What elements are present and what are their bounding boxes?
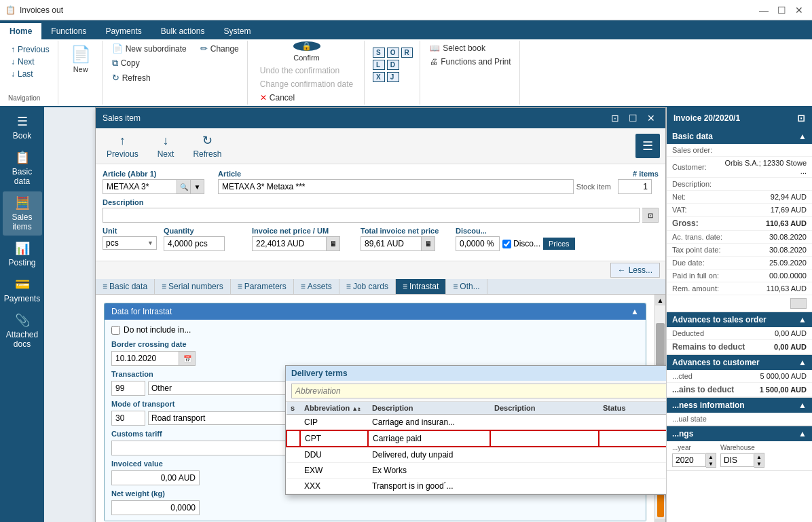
border-crossing-calendar-btn[interactable]: 📅 [179,351,196,366]
basic-data-section-header[interactable]: Basic data ▲ [667,129,812,144]
table-row[interactable]: CIP Carriage and insuran... [287,415,666,431]
tab-assets[interactable]: ≡ Assets [294,279,339,294]
kbd-s[interactable]: S [373,48,385,58]
change-confirmation-date-button[interactable]: Change confirmation date [256,78,357,90]
net-price-calc-btn[interactable]: 🖩 [327,236,340,251]
warehouse-down-btn[interactable]: ▼ [754,460,764,467]
functions-print-button[interactable]: 🖨 Functions and Print [426,56,515,68]
article-input[interactable] [218,179,574,194]
sidebar-item-basic-data[interactable]: 📋 Basic data [3,146,42,190]
expand-icon[interactable]: ⊡ [797,113,805,124]
new-button[interactable]: 📄 New [64,42,98,76]
total-net-input[interactable] [361,236,422,251]
ac-trans-label: Ac. trans. date: [672,233,722,241]
dialog-next-button[interactable]: ↓ Next [152,132,180,161]
year-down-btn[interactable]: ▼ [706,460,716,467]
sidebar-item-sales-items[interactable]: 🧮 Sales items [3,191,42,236]
invoiced-value-input[interactable] [111,470,200,485]
year-up-btn[interactable]: ▲ [706,453,716,460]
table-row[interactable]: CPT Carriage paid [287,430,666,447]
dialog-close-button[interactable]: ✕ [644,112,659,124]
vscroll-up-btn[interactable]: ▲ [655,295,665,305]
dialog-restore-button[interactable]: ⊡ [608,112,623,124]
intrastat-collapse-icon[interactable]: ▲ [631,307,639,316]
tab-payments[interactable]: Payments [96,23,151,39]
tab-other[interactable]: ≡ Oth... [446,279,487,294]
border-crossing-input[interactable] [111,351,179,366]
maximize-button[interactable]: ☐ [774,3,789,18]
article-abbr-clear-btn[interactable]: ▼ [191,179,204,194]
sidebar-item-attached-docs[interactable]: 📎 Attached docs [3,309,42,353]
items-input[interactable] [618,179,652,194]
cancel-button[interactable]: ✕ Cancel [256,92,357,104]
transaction-input[interactable] [111,381,145,396]
dialog-refresh-button[interactable]: ↻ Refresh [187,131,227,161]
business-info-header[interactable]: ...ness information ▲ [667,398,812,413]
warehouse-up-btn[interactable]: ▲ [754,453,764,460]
warehouse-input[interactable] [720,453,754,467]
unit-select[interactable]: pcs ▼ [103,236,157,250]
article-label: Article [218,170,611,178]
refresh-button[interactable]: ↻ Refresh [108,71,191,84]
table-row[interactable]: EXW Ex Works [287,463,666,479]
disco-checkbox[interactable] [502,240,511,248]
tab-home[interactable]: Home [0,23,41,39]
advances-customer-header[interactable]: Advances to customer ▲ [667,355,812,370]
table-row[interactable]: XXX Transport is in good´... [287,479,666,494]
confirm-icon-btn[interactable]: 🔒 [293,41,320,51]
kbd-d[interactable]: D [387,60,399,70]
net-price-input[interactable] [252,236,327,251]
table-row[interactable]: DDU Delivered, duty unpaid [287,447,666,463]
kbd-o[interactable]: O [387,48,399,58]
tab-job-cards[interactable]: ≡ Job cards [339,279,396,294]
next-button[interactable]: ↓ Next [8,56,52,68]
tab-functions[interactable]: Functions [41,23,96,39]
tab-bulk-actions[interactable]: Bulk actions [151,23,215,39]
tab-parameters[interactable]: ≡ Parameters [231,279,294,294]
tab-system[interactable]: System [214,23,260,39]
year-input[interactable] [672,453,706,467]
kbd-r[interactable]: R [401,48,413,58]
navigation-group: ↑ Previous ↓ Next ↓ Last Navigation [3,41,58,105]
prices-button[interactable]: Prices [543,238,575,250]
dont-include-checkbox-label[interactable]: Do not include in... [111,325,639,335]
kbd-l[interactable]: L [373,60,385,70]
change-button[interactable]: ✏ Change [196,42,243,55]
select-book-button[interactable]: 📖 Select book [426,42,515,54]
description-input[interactable] [103,208,640,223]
transport-input[interactable] [111,411,145,426]
undo-confirmation-button[interactable]: Undo the confirmation [256,64,357,77]
sidebar-item-book[interactable]: ☰ Book [3,110,42,145]
vscroll-down-btn[interactable]: ▼ [655,519,665,522]
copy-button[interactable]: ⧉ Copy [108,56,191,70]
description-expand-btn[interactable]: ⊡ [642,208,659,223]
dont-include-checkbox[interactable] [111,326,120,335]
sidebar-item-payments[interactable]: 💳 Payments [3,273,42,307]
dialog-max-button[interactable]: ☐ [625,112,641,124]
net-weight-input[interactable] [111,500,200,515]
tab-intrastat[interactable]: ≡ Intrastat [396,279,446,294]
dialog-menu-button[interactable]: ☰ [635,134,660,158]
new-subordinate-button[interactable]: 📄 New subordinate [108,42,191,55]
gross-row: Gross: 110,63 AUD [667,217,812,231]
total-net-calc-btn[interactable]: 🖩 [422,236,435,251]
tab-basic-data[interactable]: ≡ Basic data [96,279,155,294]
confirm-group: 🔒 Confirm Undo the confirmation Change c… [249,41,365,105]
article-abbr-input[interactable] [103,179,177,194]
discount-input[interactable] [456,236,500,251]
dialog-previous-button[interactable]: ↑ Previous [101,132,144,161]
delivery-terms-search-input[interactable] [291,384,666,398]
tab-serial-numbers[interactable]: ≡ Serial numbers [155,279,231,294]
previous-button[interactable]: ↑ Previous [8,43,52,56]
minimize-button[interactable]: — [756,3,771,18]
sidebar-item-posting[interactable]: 📊 Posting [3,237,42,272]
quantity-input[interactable] [164,236,225,251]
advances-sales-header[interactable]: Advances to sales order ▲ [667,312,812,327]
settings-header[interactable]: ...ngs ▲ [667,426,812,441]
kbd-x[interactable]: X [373,72,385,82]
article-abbr-search-btn[interactable]: 🔍 [177,179,191,194]
close-button[interactable]: ✕ [792,3,807,18]
kbd-j[interactable]: J [387,72,399,82]
less-button[interactable]: ← Less... [610,263,660,278]
last-button[interactable]: ↓ Last [8,68,52,80]
